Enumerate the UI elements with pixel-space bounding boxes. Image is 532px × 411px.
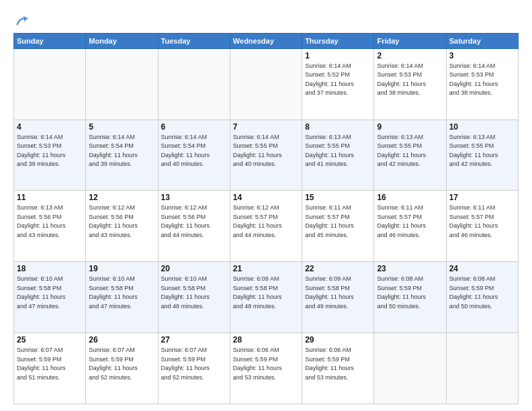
day-number: 10 (449, 122, 515, 132)
day-number: 7 (233, 122, 299, 132)
day-number: 27 (161, 335, 227, 345)
day-info: Sunrise: 6:13 AM Sunset: 5:55 PM Dayligh… (305, 133, 371, 169)
day-info: Sunrise: 6:07 AM Sunset: 5:59 PM Dayligh… (89, 346, 154, 382)
day-number: 1 (305, 51, 371, 60)
calendar-cell: 22Sunrise: 6:09 AM Sunset: 5:58 PM Dayli… (302, 262, 374, 333)
col-header-saturday: Saturday (446, 33, 518, 48)
calendar-cell (374, 333, 446, 404)
calendar-cell: 10Sunrise: 6:13 AM Sunset: 5:55 PM Dayli… (446, 120, 518, 191)
day-info: Sunrise: 6:08 AM Sunset: 5:59 PM Dayligh… (377, 275, 443, 311)
day-info: Sunrise: 6:12 AM Sunset: 5:56 PM Dayligh… (161, 203, 227, 240)
calendar-cell: 3Sunrise: 6:14 AM Sunset: 5:53 PM Daylig… (446, 48, 518, 120)
calendar-cell: 1Sunrise: 6:14 AM Sunset: 5:52 PM Daylig… (302, 48, 374, 120)
logo-icon (15, 13, 30, 28)
day-number: 28 (233, 335, 299, 345)
day-info: Sunrise: 6:06 AM Sunset: 5:59 PM Dayligh… (233, 346, 299, 382)
col-header-tuesday: Tuesday (158, 33, 230, 48)
calendar-cell: 8Sunrise: 6:13 AM Sunset: 5:55 PM Daylig… (302, 120, 374, 191)
day-info: Sunrise: 6:10 AM Sunset: 5:58 PM Dayligh… (89, 275, 154, 311)
col-header-thursday: Thursday (302, 33, 374, 48)
day-info: Sunrise: 6:14 AM Sunset: 5:54 PM Dayligh… (161, 133, 227, 169)
week-row-5: 25Sunrise: 6:07 AM Sunset: 5:59 PM Dayli… (14, 333, 519, 404)
day-number: 3 (449, 51, 515, 60)
calendar-cell: 15Sunrise: 6:11 AM Sunset: 5:57 PM Dayli… (302, 191, 374, 262)
day-number: 20 (161, 264, 227, 273)
day-number: 26 (89, 335, 154, 345)
calendar-cell: 17Sunrise: 6:11 AM Sunset: 5:57 PM Dayli… (446, 191, 518, 262)
calendar-cell: 19Sunrise: 6:10 AM Sunset: 5:58 PM Dayli… (86, 262, 158, 333)
day-number: 6 (161, 122, 227, 132)
day-info: Sunrise: 6:13 AM Sunset: 5:55 PM Dayligh… (449, 133, 515, 169)
day-info: Sunrise: 6:14 AM Sunset: 5:55 PM Dayligh… (233, 133, 299, 169)
calendar-cell: 29Sunrise: 6:06 AM Sunset: 5:59 PM Dayli… (302, 333, 374, 404)
col-header-monday: Monday (86, 33, 158, 48)
calendar-cell: 14Sunrise: 6:12 AM Sunset: 5:57 PM Dayli… (230, 191, 302, 262)
week-row-1: 1Sunrise: 6:14 AM Sunset: 5:52 PM Daylig… (14, 48, 519, 120)
day-number: 19 (89, 264, 154, 273)
page: SundayMondayTuesdayWednesdayThursdayFrid… (0, 0, 532, 411)
calendar-cell: 12Sunrise: 6:12 AM Sunset: 5:56 PM Dayli… (86, 191, 158, 262)
calendar-cell: 11Sunrise: 6:13 AM Sunset: 5:56 PM Dayli… (14, 191, 86, 262)
calendar-cell: 23Sunrise: 6:08 AM Sunset: 5:59 PM Dayli… (374, 262, 446, 333)
calendar-cell (158, 48, 230, 120)
day-info: Sunrise: 6:12 AM Sunset: 5:57 PM Dayligh… (233, 203, 299, 240)
day-number: 22 (305, 264, 371, 273)
day-number: 24 (449, 264, 515, 273)
day-number: 13 (161, 193, 227, 202)
week-row-4: 18Sunrise: 6:10 AM Sunset: 5:58 PM Dayli… (14, 262, 519, 333)
calendar-cell (86, 48, 158, 120)
day-number: 23 (377, 264, 443, 273)
day-info: Sunrise: 6:06 AM Sunset: 5:59 PM Dayligh… (305, 346, 371, 382)
day-info: Sunrise: 6:14 AM Sunset: 5:53 PM Dayligh… (449, 62, 515, 98)
col-header-friday: Friday (374, 33, 446, 48)
calendar-cell: 21Sunrise: 6:09 AM Sunset: 5:58 PM Dayli… (230, 262, 302, 333)
day-number: 5 (89, 122, 154, 132)
day-number: 25 (17, 335, 83, 345)
logo-text (13, 13, 30, 32)
day-info: Sunrise: 6:11 AM Sunset: 5:57 PM Dayligh… (377, 203, 443, 240)
calendar-cell: 7Sunrise: 6:14 AM Sunset: 5:55 PM Daylig… (230, 120, 302, 191)
calendar-cell: 27Sunrise: 6:07 AM Sunset: 5:59 PM Dayli… (158, 333, 230, 404)
calendar-cell: 9Sunrise: 6:13 AM Sunset: 5:55 PM Daylig… (374, 120, 446, 191)
day-number: 15 (305, 193, 371, 202)
day-info: Sunrise: 6:10 AM Sunset: 5:58 PM Dayligh… (161, 275, 227, 311)
calendar-cell: 5Sunrise: 6:14 AM Sunset: 5:54 PM Daylig… (86, 120, 158, 191)
day-info: Sunrise: 6:08 AM Sunset: 5:59 PM Dayligh… (449, 275, 515, 311)
week-row-3: 11Sunrise: 6:13 AM Sunset: 5:56 PM Dayli… (14, 191, 519, 262)
day-info: Sunrise: 6:09 AM Sunset: 5:58 PM Dayligh… (233, 275, 299, 311)
day-info: Sunrise: 6:09 AM Sunset: 5:58 PM Dayligh… (305, 275, 371, 311)
col-header-wednesday: Wednesday (230, 33, 302, 48)
calendar-table: SundayMondayTuesdayWednesdayThursdayFrid… (13, 33, 519, 404)
calendar-cell: 26Sunrise: 6:07 AM Sunset: 5:59 PM Dayli… (86, 333, 158, 404)
day-number: 21 (233, 264, 299, 273)
day-info: Sunrise: 6:07 AM Sunset: 5:59 PM Dayligh… (161, 346, 227, 382)
calendar-cell: 4Sunrise: 6:14 AM Sunset: 5:53 PM Daylig… (14, 120, 86, 191)
day-info: Sunrise: 6:14 AM Sunset: 5:53 PM Dayligh… (377, 62, 443, 98)
logo (13, 13, 30, 29)
calendar-cell: 28Sunrise: 6:06 AM Sunset: 5:59 PM Dayli… (230, 333, 302, 404)
day-number: 29 (305, 335, 371, 345)
col-header-sunday: Sunday (14, 33, 86, 48)
day-info: Sunrise: 6:11 AM Sunset: 5:57 PM Dayligh… (449, 203, 515, 240)
calendar-cell: 25Sunrise: 6:07 AM Sunset: 5:59 PM Dayli… (14, 333, 86, 404)
day-number: 14 (233, 193, 299, 202)
day-info: Sunrise: 6:13 AM Sunset: 5:56 PM Dayligh… (17, 203, 83, 240)
day-info: Sunrise: 6:14 AM Sunset: 5:53 PM Dayligh… (17, 133, 83, 169)
calendar-cell: 24Sunrise: 6:08 AM Sunset: 5:59 PM Dayli… (446, 262, 518, 333)
calendar-cell (446, 333, 518, 404)
calendar-cell (14, 48, 86, 120)
day-number: 4 (17, 122, 83, 132)
calendar-header-row: SundayMondayTuesdayWednesdayThursdayFrid… (14, 33, 519, 48)
day-info: Sunrise: 6:10 AM Sunset: 5:58 PM Dayligh… (17, 275, 83, 311)
day-number: 12 (89, 193, 154, 202)
day-info: Sunrise: 6:12 AM Sunset: 5:56 PM Dayligh… (89, 203, 154, 240)
week-row-2: 4Sunrise: 6:14 AM Sunset: 5:53 PM Daylig… (14, 120, 519, 191)
header (13, 11, 519, 29)
day-info: Sunrise: 6:14 AM Sunset: 5:54 PM Dayligh… (89, 133, 154, 169)
calendar-cell: 20Sunrise: 6:10 AM Sunset: 5:58 PM Dayli… (158, 262, 230, 333)
day-number: 16 (377, 193, 443, 202)
calendar-cell: 13Sunrise: 6:12 AM Sunset: 5:56 PM Dayli… (158, 191, 230, 262)
day-number: 11 (17, 193, 83, 202)
day-info: Sunrise: 6:07 AM Sunset: 5:59 PM Dayligh… (17, 346, 83, 382)
day-info: Sunrise: 6:14 AM Sunset: 5:52 PM Dayligh… (305, 62, 371, 98)
